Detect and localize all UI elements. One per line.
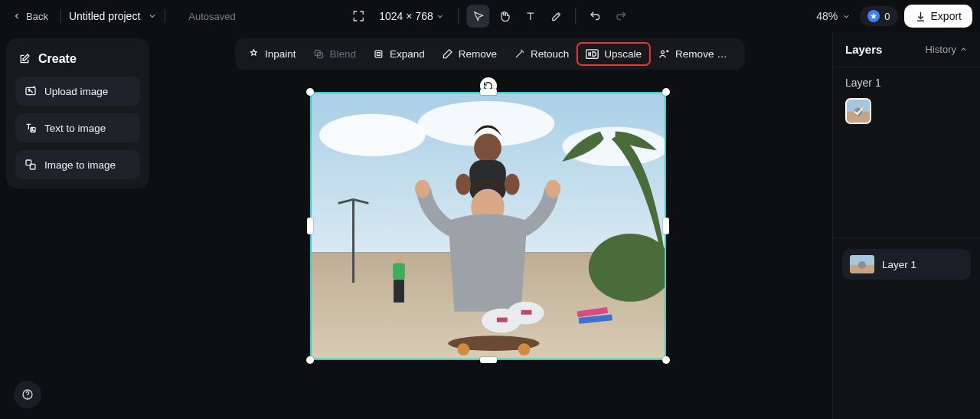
text-icon xyxy=(524,11,536,22)
spacer xyxy=(833,127,980,234)
brush-icon xyxy=(550,11,562,22)
export-button[interactable]: Export xyxy=(904,5,972,28)
create-header: Create xyxy=(15,47,140,77)
zoom-dropdown[interactable]: 48% xyxy=(813,10,854,22)
hand-icon xyxy=(498,11,510,22)
credits-count: 0 xyxy=(884,11,890,22)
resize-handle-s[interactable] xyxy=(480,357,497,363)
retouch-button[interactable]: Retouch xyxy=(505,43,577,65)
expand-icon xyxy=(373,48,384,60)
resize-handle-se[interactable] xyxy=(662,356,670,364)
upscale-button[interactable]: Upscale xyxy=(577,43,650,65)
divider xyxy=(459,8,459,24)
back-button[interactable]: Back xyxy=(8,8,53,25)
layer-list-item[interactable]: Layer 1 xyxy=(842,249,971,280)
top-center-cluster: 1024 × 768 xyxy=(347,5,632,28)
help-button[interactable] xyxy=(14,381,41,408)
left-panel: Create Upload image Text to image Image … xyxy=(6,38,149,188)
action-bar: Inpaint Blend Expand Remove Retouch Upsc… xyxy=(235,38,745,70)
resize-handle-w[interactable] xyxy=(307,218,313,234)
check-icon xyxy=(847,100,870,123)
inpaint-icon xyxy=(248,48,260,60)
selected-layer-name: Layer 1 xyxy=(833,67,980,95)
retouch-label: Retouch xyxy=(531,48,569,60)
wand-icon xyxy=(514,48,525,60)
blend-button[interactable]: Blend xyxy=(304,43,364,65)
chevron-left-icon xyxy=(12,11,21,21)
resize-handle-ne[interactable] xyxy=(662,88,670,96)
text-to-image-button[interactable]: Text to image xyxy=(15,113,140,142)
selected-layer-thumbnail[interactable] xyxy=(845,98,871,124)
expand-button[interactable]: Expand xyxy=(364,43,433,65)
right-panel: Layers History Layer 1 Layer 1 xyxy=(832,32,980,419)
fit-screen-icon xyxy=(352,10,364,22)
text-to-image-icon xyxy=(24,122,37,134)
chevron-down-icon xyxy=(842,12,851,21)
help-icon xyxy=(21,388,34,401)
canvas-dimensions-dropdown[interactable]: 1024 × 768 xyxy=(373,10,450,22)
expand-label: Expand xyxy=(390,48,425,60)
export-label: Export xyxy=(931,10,962,22)
project-title-button[interactable]: Untitled project xyxy=(69,10,157,22)
text-tool-button[interactable] xyxy=(519,5,542,28)
chevron-up-icon xyxy=(959,45,968,54)
layer-thumbnail xyxy=(850,255,874,273)
history-label: History xyxy=(926,44,956,55)
upload-icon xyxy=(24,85,37,97)
back-label: Back xyxy=(26,11,48,22)
redo-icon xyxy=(616,10,628,22)
fit-screen-button[interactable] xyxy=(347,5,370,28)
select-tool-button[interactable] xyxy=(467,5,490,28)
inpaint-label: Inpaint xyxy=(265,48,296,60)
resize-handle-nw[interactable] xyxy=(306,88,314,96)
blend-label: Blend xyxy=(329,48,356,60)
remove-button[interactable]: Remove xyxy=(433,43,505,65)
credits-button[interactable]: 0 xyxy=(860,6,897,26)
resize-handle-e[interactable] xyxy=(663,218,669,234)
resize-handle-sw[interactable] xyxy=(306,356,314,364)
divider xyxy=(576,8,577,24)
tab-history[interactable]: History xyxy=(926,44,968,55)
zoom-text: 48% xyxy=(816,10,838,22)
right-panel-header: Layers History xyxy=(833,32,980,67)
chevron-down-icon xyxy=(148,11,157,21)
svg-rect-9 xyxy=(375,51,382,57)
redo-button[interactable] xyxy=(610,5,633,28)
project-title: Untitled project xyxy=(69,10,140,22)
tab-layers[interactable]: Layers xyxy=(845,43,882,56)
upscale-label: Upscale xyxy=(604,48,642,60)
remove-label: Remove xyxy=(459,48,497,60)
upload-image-label: Upload image xyxy=(44,86,108,97)
undo-button[interactable] xyxy=(584,5,607,28)
remove-bg-label: Remove back… xyxy=(675,48,732,60)
upload-image-button[interactable]: Upload image xyxy=(15,77,140,106)
remove-bg-icon xyxy=(658,48,670,60)
svg-point-47 xyxy=(27,397,28,398)
svg-point-11 xyxy=(662,51,665,54)
pan-tool-button[interactable] xyxy=(493,5,516,28)
top-right-cluster: 48% 0 Export xyxy=(813,5,972,28)
undo-icon xyxy=(590,10,602,22)
remove-background-button[interactable]: Remove back… xyxy=(650,43,740,65)
resize-handle-n[interactable] xyxy=(480,89,497,95)
canvas-selection[interactable] xyxy=(310,92,666,360)
brush-tool-button[interactable] xyxy=(545,5,568,28)
create-label: Create xyxy=(38,52,77,66)
eraser-icon xyxy=(442,48,453,60)
inpaint-button[interactable]: Inpaint xyxy=(240,43,305,65)
svg-point-4 xyxy=(31,129,32,129)
create-icon xyxy=(18,53,31,65)
selection-frame xyxy=(310,92,666,360)
image-to-image-label: Image to image xyxy=(44,159,116,171)
download-icon xyxy=(915,11,926,22)
top-bar: Back Untitled project Autosaved 1024 × 7… xyxy=(0,0,980,32)
svg-point-45 xyxy=(858,261,866,269)
divider xyxy=(165,9,165,23)
autosave-status: Autosaved xyxy=(188,11,235,22)
credits-icon xyxy=(867,10,880,22)
svg-point-2 xyxy=(28,89,30,90)
image-to-image-icon xyxy=(24,159,37,171)
image-to-image-button[interactable]: Image to image xyxy=(15,150,140,179)
divider xyxy=(60,9,61,23)
divider xyxy=(833,237,980,238)
